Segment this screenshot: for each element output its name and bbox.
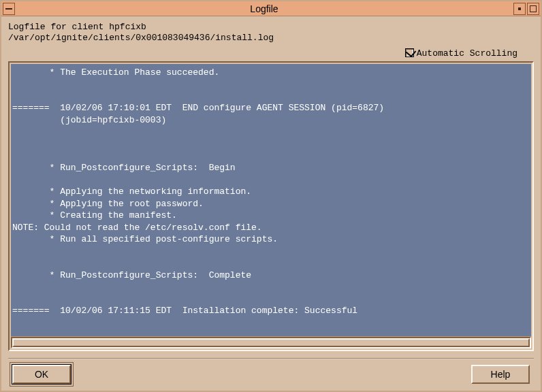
client-area: Logfile for client hpfcixb /var/opt/igni… [1,16,541,391]
button-row: OK Help [8,365,534,384]
hscroll-trough[interactable] [11,337,531,348]
horizontal-scrollbar[interactable] [11,336,531,348]
hscroll-thumb[interactable] [12,338,530,347]
separator [8,358,534,359]
autoscroll-checkbox[interactable] [405,48,414,57]
logfile-header: Logfile for client hpfcixb /var/opt/igni… [8,22,534,44]
window-title: Logfile [15,3,513,14]
help-button[interactable]: Help [471,365,530,384]
maximize-button[interactable] [527,3,539,15]
minimize-button[interactable] [513,3,526,15]
autoscroll-label: Automatic Scrolling [417,48,517,59]
ok-button[interactable]: OK [12,365,71,384]
log-frame: * The Execution Phase succeeded. =======… [8,61,534,352]
autoscroll-row: Automatic Scrolling [8,47,534,61]
log-text[interactable]: * The Execution Phase succeeded. =======… [11,64,531,337]
titlebar: Logfile [1,1,541,16]
logfile-header-line1: Logfile for client hpfcixb [8,22,146,32]
logfile-header-line2: /var/opt/ignite/clients/0x001083049436/i… [8,33,274,43]
window-menu-button[interactable] [3,3,15,15]
logfile-window: Logfile Logfile for client hpfcixb /var/… [0,0,542,392]
